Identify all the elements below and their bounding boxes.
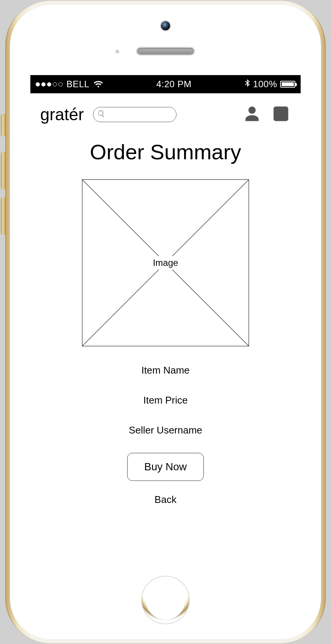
earpiece-speaker (137, 48, 194, 55)
main-content: Order Summary Image Item Name Item Price… (30, 128, 301, 506)
exit-icon (272, 105, 290, 124)
item-price: Item Price (143, 394, 188, 406)
buy-now-button[interactable]: Buy Now (127, 453, 204, 481)
seller-username: Seller Username (129, 424, 202, 436)
proximity-sensor (115, 50, 119, 53)
volume-down-button[interactable] (1, 197, 5, 235)
logout-button[interactable] (271, 105, 291, 124)
image-label: Image (149, 256, 182, 270)
wifi-icon (93, 80, 103, 88)
mute-switch[interactable] (1, 114, 5, 137)
search-icon (97, 110, 106, 119)
front-camera (161, 21, 170, 30)
profile-button[interactable] (242, 105, 262, 124)
phone-chassis: BELL 4:20 PM 100% (5, 0, 326, 644)
page-title: Order Summary (90, 140, 241, 164)
item-image-placeholder: Image (82, 179, 249, 346)
bluetooth-icon (245, 79, 250, 90)
screen: BELL 4:20 PM 100% (30, 75, 301, 559)
signal-strength-icon (36, 82, 63, 86)
carrier-label: BELL (66, 79, 90, 90)
brand-logo[interactable]: gratér (40, 105, 84, 124)
status-bar: BELL 4:20 PM 100% (30, 75, 301, 93)
item-name: Item Name (141, 364, 189, 376)
home-button[interactable] (141, 576, 190, 624)
back-link[interactable]: Back (154, 494, 177, 506)
search-input[interactable] (93, 107, 177, 122)
battery-icon (280, 81, 295, 88)
battery-percent: 100% (253, 79, 277, 90)
clock: 4:20 PM (103, 79, 245, 90)
phone-face: BELL 4:20 PM 100% (10, 5, 321, 639)
volume-up-button[interactable] (1, 152, 5, 190)
user-icon (243, 105, 261, 124)
app-header: gratér (30, 93, 301, 128)
